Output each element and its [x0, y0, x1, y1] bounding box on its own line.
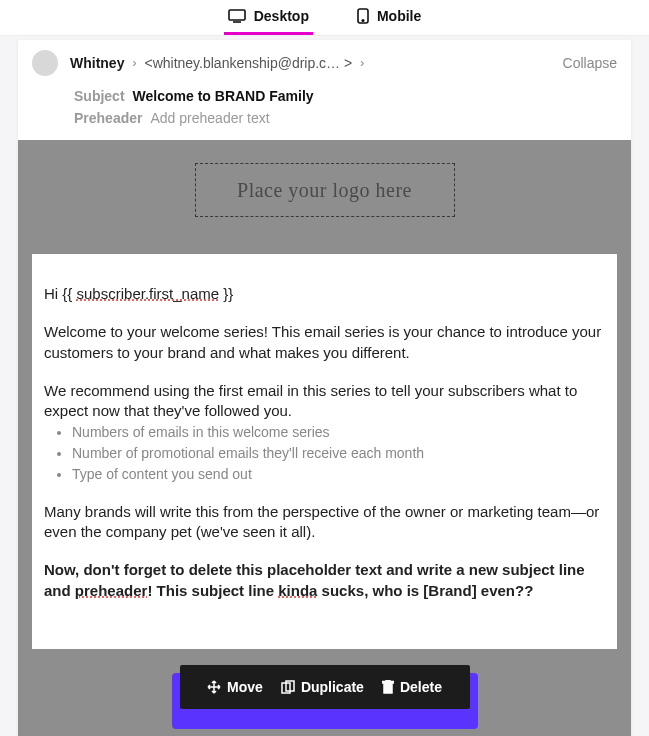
toolbar-bar: Move Duplicate: [180, 665, 470, 709]
move-button[interactable]: Move: [207, 679, 263, 695]
logo-placeholder[interactable]: Place your logo here: [195, 163, 455, 217]
avatar: [32, 50, 58, 76]
greeting-prefix: Hi {{: [44, 285, 77, 302]
tab-desktop[interactable]: Desktop: [224, 0, 313, 35]
body-paragraph-strong: Now, don't forget to delete this placeho…: [44, 560, 605, 601]
preview-tabs: Desktop Mobile: [0, 0, 649, 36]
greeting-suffix: }}: [219, 285, 233, 302]
move-label: Move: [227, 679, 263, 695]
trash-icon: [382, 680, 394, 694]
body-bullets: Numbers of emails in this welcome series…: [72, 423, 605, 484]
block-toolbar-wrap: Move Duplicate: [18, 663, 631, 736]
tab-desktop-label: Desktop: [254, 8, 309, 24]
block-toolbar: Move Duplicate: [180, 665, 470, 721]
spellcheck-word: kinda: [278, 582, 317, 599]
svg-point-3: [362, 20, 364, 22]
email-header-row: Whitney › <whitney.blankenship@drip.c… >…: [18, 40, 631, 80]
svg-rect-6: [384, 683, 392, 693]
chevron-right-icon: ›: [360, 56, 364, 70]
body-paragraph: We recommend using the first email in th…: [44, 381, 605, 422]
svg-rect-8: [386, 680, 390, 682]
email-body[interactable]: Hi {{ subscriber.first_name }} Welcome t…: [32, 254, 617, 649]
tab-mobile[interactable]: Mobile: [353, 0, 425, 35]
preheader-label: Preheader: [74, 110, 142, 126]
logo-band: Place your logo here: [18, 140, 631, 240]
body-wrap: Hi {{ subscriber.first_name }} Welcome t…: [18, 240, 631, 663]
subject-row[interactable]: Subject Welcome to BRAND Family: [74, 88, 617, 104]
spellcheck-word: preheader: [75, 582, 148, 599]
email-meta: Subject Welcome to BRAND Family Preheade…: [18, 80, 631, 140]
list-item: Numbers of emails in this welcome series: [72, 423, 605, 442]
tab-mobile-label: Mobile: [377, 8, 421, 24]
body-paragraph: Welcome to your welcome series! This ema…: [44, 322, 605, 363]
mobile-icon: [357, 8, 369, 24]
list-item: Number of promotional emails they'll rec…: [72, 444, 605, 463]
subject-label: Subject: [74, 88, 125, 104]
from-line[interactable]: Whitney › <whitney.blankenship@drip.c… >…: [70, 55, 364, 71]
body-paragraph: Many brands will write this from the per…: [44, 502, 605, 543]
duplicate-button[interactable]: Duplicate: [281, 679, 364, 695]
svg-rect-0: [229, 10, 245, 20]
from-email: <whitney.blankenship@drip.c… >: [144, 55, 352, 71]
delete-button[interactable]: Delete: [382, 679, 442, 695]
duplicate-label: Duplicate: [301, 679, 364, 695]
merge-tag: subscriber.first_name: [77, 285, 220, 302]
email-preview-card: Whitney › <whitney.blankenship@drip.c… >…: [18, 40, 631, 736]
chevron-right-icon: ›: [132, 56, 136, 70]
desktop-icon: [228, 9, 246, 23]
from-name: Whitney: [70, 55, 124, 71]
list-item: Type of content you send out: [72, 465, 605, 484]
preheader-placeholder: Add preheader text: [150, 110, 269, 126]
duplicate-icon: [281, 680, 295, 694]
greeting-line: Hi {{ subscriber.first_name }}: [44, 284, 605, 304]
collapse-button[interactable]: Collapse: [563, 55, 617, 71]
move-icon: [207, 680, 221, 694]
subject-value: Welcome to BRAND Family: [133, 88, 314, 104]
delete-label: Delete: [400, 679, 442, 695]
preheader-row[interactable]: Preheader Add preheader text: [74, 110, 617, 126]
